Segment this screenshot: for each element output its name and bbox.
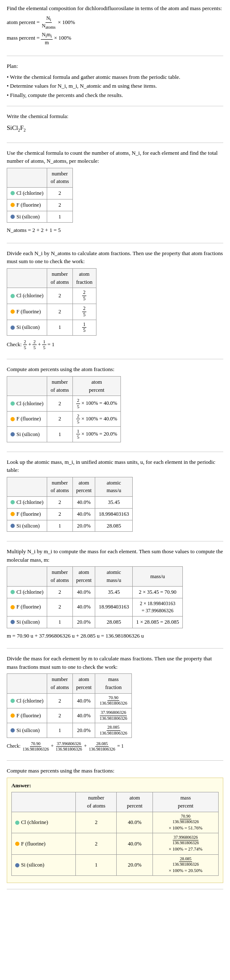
cl-label: Cl (chlorine): [7, 497, 47, 509]
si-label: Si (silicon): [7, 617, 47, 628]
natoms-total: N_atoms = 2 + 2 + 1 = 5: [7, 226, 223, 234]
mol-mass-total: m = 70.90 u + 37.996806326 u + 28.085 u …: [7, 632, 223, 640]
f-label: F (fluorine): [7, 508, 47, 520]
cl-fraction: 25: [72, 288, 96, 304]
answer-box: Answer: numberof atoms atompercent massp…: [7, 778, 223, 883]
atom-percent-section: Compute atom percents using the atom fra…: [7, 365, 223, 452]
cl-label: Cl (chlorine): [7, 188, 47, 199]
table-row: Cl (chlorine) 2 40.0% 70.90136.981806326…: [12, 812, 219, 833]
cl-mass-calc: 2 × 35.45 = 70.90: [133, 586, 183, 598]
table-row: Si (silicon) 1 15 × 100% = 20.0%: [7, 427, 121, 442]
f-mass: 18.998403163: [95, 508, 133, 520]
fraction-check: Check: 25 + 25 + 15 = 1: [7, 339, 223, 350]
f-pct: 40.0%: [72, 598, 95, 617]
f-count: 2: [47, 508, 72, 520]
col-atom-fraction: atomfraction: [72, 268, 96, 288]
cl-count: 2: [47, 396, 72, 411]
f-count: 2: [47, 411, 72, 426]
f-count: 2: [47, 708, 72, 723]
table-row: Cl (chlorine) 2 25: [7, 288, 96, 304]
col-mass: mass/u: [133, 567, 183, 587]
cl-label: Cl (chlorine): [7, 693, 47, 708]
col-atom-percent: atompercent: [72, 376, 121, 396]
fraction-table: numberof atoms atomfraction Cl (chlorine…: [7, 268, 96, 336]
intro-formulas: atom percent = NiNatoms × 100% mass perc…: [7, 15, 223, 46]
plan-step-3: Finally, compute the percents and check …: [7, 91, 223, 100]
cl-atom-pct: 40.0%: [117, 812, 153, 833]
atomic-mass-table: numberof atoms atompercent atomicmass/u …: [7, 477, 133, 532]
mass-frac-intro: Divide the mass for each element by m to…: [7, 654, 223, 671]
count-section: Use the chemical formula to count the nu…: [7, 149, 223, 243]
cl-count: 2: [76, 812, 117, 833]
cl-label: Cl (chlorine): [12, 812, 76, 833]
table-row: F (fluorine) 2 40.0% 18.998403163 2 × 18…: [7, 598, 183, 617]
col-atomic-mass: atomicmass/u: [95, 567, 133, 587]
table-row: Si (silicon) 1: [7, 211, 73, 223]
si-label: Si (silicon): [7, 723, 47, 738]
cl-label: Cl (chlorine): [7, 396, 47, 411]
col-atomic-mass: atomicmass/u: [95, 477, 133, 497]
mol-mass-intro: Multiply N_i by m_i to compute the mass …: [7, 547, 223, 564]
f-pct: 40.0%: [72, 708, 95, 723]
answer-table: numberof atoms atompercent masspercent C…: [11, 792, 219, 876]
fraction-section: Divide each N_i by N_atoms to calculate …: [7, 249, 223, 360]
cl-pct: 40.0%: [72, 586, 95, 598]
cl-count: 2: [47, 288, 72, 304]
si-atom-pct: 20.0%: [117, 854, 153, 876]
cl-pct: 40.0%: [72, 693, 95, 708]
col-num-atoms: numberof atoms: [47, 168, 72, 188]
f-atomic-mass: 18.998403163: [95, 598, 133, 617]
count-intro: Use the chemical formula to count the nu…: [7, 149, 223, 165]
mass-fraction-section: Divide the mass for each element by m to…: [7, 654, 223, 761]
cl-mass-pct: 70.90136.981806326× 100% = 51.76%: [153, 812, 219, 833]
col-num-atoms: numberof atoms: [47, 477, 72, 497]
si-count: 1: [47, 723, 72, 738]
si-count: 1: [47, 520, 72, 532]
cl-atomic-mass: 35.45: [95, 586, 133, 598]
si-label: Si (silicon): [7, 520, 47, 532]
f-label: F (fluorine): [7, 199, 47, 211]
mass-frac-check: Check: 70.90136.981806326 + 37.996806326…: [7, 741, 223, 752]
intro-section: Find the elemental composition for dichl…: [7, 4, 223, 56]
si-atom-pct: 15 × 100% = 20.0%: [72, 427, 121, 442]
f-label: F (fluorine): [7, 304, 47, 320]
si-count: 1: [76, 854, 117, 876]
cl-count: 2: [47, 693, 72, 708]
atom-percent-formula: atom percent = NiNatoms × 100%: [7, 15, 223, 30]
plan-label: Plan:: [7, 62, 223, 70]
si-mass-calc: 1 × 28.085 = 28.085: [133, 617, 183, 628]
table-row: Si (silicon) 1 20.0% 28.085136.981806326: [7, 723, 132, 738]
col-atom-pct: atompercent: [72, 567, 95, 587]
table-row: Cl (chlorine) 2: [7, 188, 73, 199]
f-mass-calc: 2 × 18.998403163= 37.996806326: [133, 598, 183, 617]
col-element: [7, 567, 47, 587]
formula-section: Write the chemical formula: SiCl2F2: [7, 112, 223, 143]
si-mass-frac: 28.085136.981806326: [95, 723, 132, 738]
f-mass-frac: 37.996806326136.981806326: [95, 708, 132, 723]
col-mass-pct: masspercent: [153, 792, 219, 812]
cl-count: 2: [47, 586, 72, 598]
col-num-atoms: numberof atoms: [47, 376, 72, 396]
cl-pct: 40.0%: [72, 497, 95, 509]
answer-label: Answer:: [11, 781, 219, 790]
si-label: Si (silicon): [7, 427, 47, 442]
formula-label: Write the chemical formula:: [7, 112, 223, 121]
plan-step-2: Determine values for N_i, m_i, N_atomic …: [7, 82, 223, 90]
col-element: [7, 674, 47, 694]
molecular-mass-section: Multiply N_i by m_i to compute the mass …: [7, 547, 223, 649]
si-fraction: 15: [72, 320, 96, 336]
si-mass-pct: 28.085136.981806326× 100% = 20.50%: [153, 854, 219, 876]
cl-label: Cl (chlorine): [7, 586, 47, 598]
table-row: Cl (chlorine) 2 40.0% 35.45 2 × 35.45 = …: [7, 586, 183, 598]
col-num-atoms: numberof atoms: [76, 792, 117, 812]
si-label: Si (silicon): [7, 320, 47, 336]
mass-percent-formula: mass percent = Nimim × 100%: [7, 32, 223, 46]
col-mass-fraction: massfraction: [95, 674, 132, 694]
table-row: Cl (chlorine) 2 25 × 100% = 40.0%: [7, 396, 121, 411]
col-num-atoms: numberof atoms: [47, 674, 72, 694]
table-row: Si (silicon) 1 20.0% 28.085136.981806326…: [12, 854, 219, 876]
table-row: F (fluorine) 2: [7, 199, 73, 211]
table-row: Si (silicon) 1 20.0% 28.085: [7, 520, 133, 532]
si-mass: 28.085: [95, 520, 133, 532]
table-row: Si (silicon) 1 20.0% 28.085 1 × 28.085 =…: [7, 617, 183, 628]
